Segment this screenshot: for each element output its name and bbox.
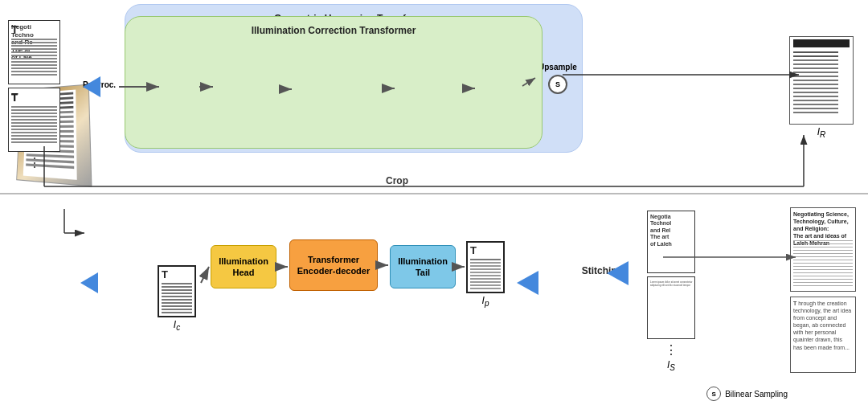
ic-area: Ic bbox=[158, 265, 196, 332]
is-label: IS bbox=[647, 359, 695, 372]
result-pages-dots: ⋮ bbox=[647, 342, 695, 358]
illumination-tail-box: IlluminationTail bbox=[390, 245, 456, 288]
bottom-transformer-block: TransformerEncoder-decoder bbox=[289, 239, 378, 291]
final-result-bottom: T hrough the creation technology, the ar… bbox=[790, 297, 856, 373]
ip-label: Ip bbox=[466, 295, 505, 308]
stitching-label: Stitching bbox=[582, 265, 623, 276]
upsample-label: Upsample bbox=[538, 63, 577, 72]
ir-label: IR bbox=[789, 126, 854, 139]
pages-dots: ⋮ bbox=[8, 155, 60, 170]
preproc-label: PreProc. bbox=[83, 80, 116, 89]
legend-circle: S bbox=[706, 387, 721, 401]
illumination-tail-label: IlluminationTail bbox=[398, 256, 448, 279]
page-item-1: NegotiTechnoand ReThe arof Lale bbox=[8, 20, 60, 84]
divider bbox=[0, 193, 868, 194]
final-result-area: Negotiating Science, Technology, Culture… bbox=[790, 207, 856, 373]
ir-area: IR bbox=[789, 36, 854, 139]
result-page-2: Lorem ipsum dolor sit amet consectetur a… bbox=[647, 276, 695, 339]
pages-stack: NegotiTechnoand ReThe arof Lale T ⋮ bbox=[8, 20, 60, 170]
preproc-area: PreProc. bbox=[83, 80, 116, 91]
legend-s: S bbox=[712, 391, 716, 398]
upsample-area: Upsample S bbox=[538, 63, 577, 94]
crop-label: Crop bbox=[386, 175, 408, 186]
svg-line-13 bbox=[201, 267, 209, 283]
final-result-top: Negotiating Science, Technology, Culture… bbox=[790, 207, 856, 292]
ict-label: Illumination Correction Transformer bbox=[252, 25, 416, 36]
illumination-head-block: IlluminationHead bbox=[211, 245, 276, 288]
ir-lines bbox=[793, 51, 838, 53]
ic-image bbox=[158, 265, 196, 317]
bottom-transformer-box: TransformerEncoder-decoder bbox=[289, 239, 378, 291]
bottom-transformer-label: TransformerEncoder-decoder bbox=[297, 254, 370, 277]
upsample-s: S bbox=[555, 80, 560, 88]
ir-header bbox=[793, 39, 850, 47]
ir-image bbox=[789, 36, 854, 125]
legend: S Bilinear Sampling bbox=[706, 387, 788, 401]
upsample-circle: S bbox=[548, 75, 567, 94]
result-pages-area: NegotiaTechnoland RelThe artof Laleh Lor… bbox=[647, 211, 695, 372]
legend-label: Bilinear Sampling bbox=[725, 390, 788, 399]
diagram: Geometric Unwarping Transformer ID PrePr… bbox=[0, 0, 868, 405]
ip-area: Ip bbox=[466, 241, 505, 308]
ic-label: Ic bbox=[158, 319, 196, 332]
arrow-pages-ic bbox=[80, 272, 98, 293]
illumination-head-box: IlluminationHead bbox=[211, 245, 276, 288]
illumination-head-label: IlluminationHead bbox=[219, 256, 268, 279]
illumination-tail-block: IlluminationTail bbox=[390, 245, 456, 288]
ict-box: Illumination Correction Transformer bbox=[125, 16, 542, 149]
result-page-1: NegotiaTechnoland RelThe artof Laleh bbox=[647, 211, 695, 273]
arrow-ip-stitch bbox=[517, 271, 538, 295]
ip-image bbox=[466, 241, 505, 293]
page-item-2: T bbox=[8, 88, 60, 152]
